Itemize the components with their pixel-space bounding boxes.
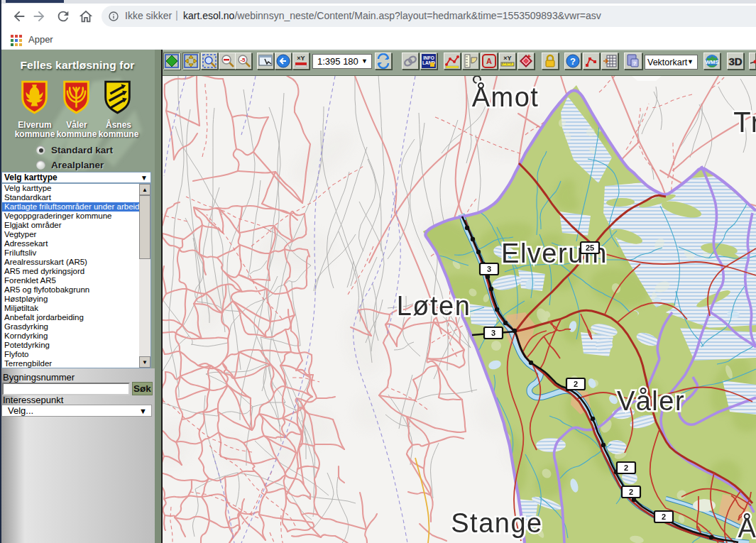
svg-text:?: ? (633, 60, 637, 67)
svg-text:25: 25 (586, 243, 594, 252)
svg-text:3D: 3D (728, 55, 742, 67)
svg-text:3: 3 (487, 265, 491, 273)
svg-text:×Y: ×Y (503, 55, 511, 62)
svg-text:Åmot: Åmot (472, 82, 539, 112)
svg-text:A: A (486, 57, 492, 65)
svg-text:2: 2 (662, 512, 666, 521)
svg-text:2: 2 (574, 380, 578, 388)
svg-text:Å: Å (738, 512, 756, 543)
svg-text:Stange: Stange (451, 508, 542, 538)
svg-text:Løten: Løten (397, 291, 471, 321)
svg-text:2: 2 (624, 464, 628, 472)
svg-text:Tr: Tr (733, 106, 756, 138)
svg-text:×Y: ×Y (297, 55, 305, 62)
svg-text:WMS: WMS (705, 59, 719, 65)
svg-text:3: 3 (491, 329, 495, 337)
svg-text:Våler: Våler (617, 386, 685, 416)
svg-text:-5: -5 (240, 57, 246, 63)
svg-text:?: ? (570, 56, 576, 67)
svg-text:INFO: INFO (423, 55, 434, 60)
svg-text:2: 2 (629, 488, 633, 496)
